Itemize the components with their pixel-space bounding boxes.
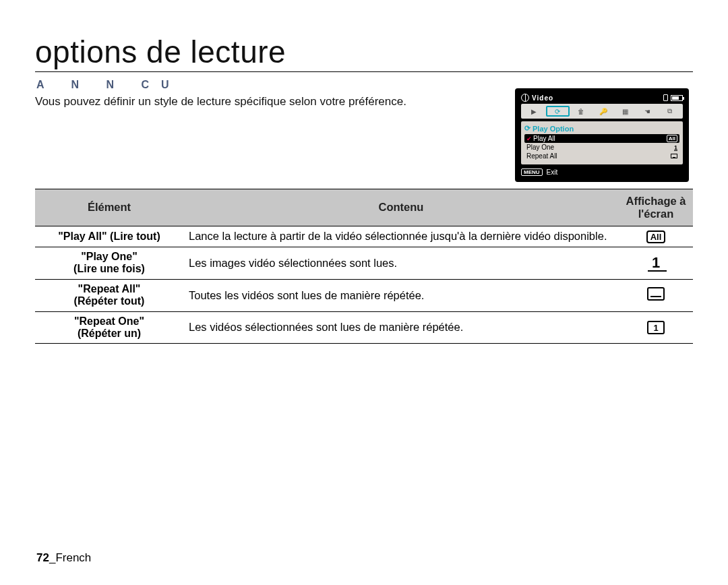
battery-icon <box>671 95 683 101</box>
col-header-element: Élément <box>35 189 183 226</box>
tab-play-option-icon: ⟳ <box>546 106 570 117</box>
device-mode-label: Video <box>532 94 553 102</box>
globe-icon <box>521 94 529 102</box>
row-label: Repeat One(Répéter un) <box>35 311 183 344</box>
device-menu-item-selected: ✔Play All All <box>524 134 679 143</box>
row-content: Les images vidéo sélectionnées sont lues… <box>183 247 619 279</box>
page-footer: 72_French <box>36 551 91 565</box>
tab-delete-icon: 🗑 <box>571 106 592 117</box>
page-title: options de lecture <box>35 34 693 72</box>
device-screen-preview: Video ▶ ⟳ 🗑 🔑 ▦ ☚ ⧉ ⟳Play Option <box>515 88 689 182</box>
col-header-content: Contenu <box>183 189 619 226</box>
options-table: Élément Contenu Afﬁchage à l'écran Play … <box>35 189 693 344</box>
tab-copy-icon: ⧉ <box>659 106 680 117</box>
row-content: Lance la lecture à partir de la vidéo sé… <box>183 226 619 247</box>
col-header-display: Afﬁchage à l'écran <box>619 189 693 226</box>
row-label: Play One(Lire une fois) <box>35 247 183 279</box>
tab-protect-icon: 🔑 <box>593 106 614 117</box>
device-menu-item: Play One 1 <box>524 143 679 152</box>
card-icon <box>663 94 668 101</box>
row-icon-one: 1 <box>619 247 693 279</box>
device-menu-item: Repeat All <box>524 152 679 160</box>
tab-play-icon: ▶ <box>524 106 545 117</box>
tab-hand-icon: ☚ <box>637 106 658 117</box>
table-row: Play All (Lire tout) Lance la lecture à … <box>35 226 693 247</box>
menu-key-icon: MENU <box>521 168 543 176</box>
table-row: Play One(Lire une fois) Les images vidéo… <box>35 247 693 279</box>
row-icon-repeat-one: 1 <box>619 311 693 344</box>
tab-grid-icon: ▦ <box>615 106 636 117</box>
row-label: Play All (Lire tout) <box>35 226 183 247</box>
device-menu-title: ⟳Play Option <box>524 124 679 133</box>
row-content: Les vidéos sélectionnées sont lues de ma… <box>183 311 619 344</box>
device-exit-label: Exit <box>547 168 558 176</box>
device-tab-strip: ▶ ⟳ 🗑 🔑 ▦ ☚ ⧉ <box>521 104 683 119</box>
table-row: Repeat One(Répéter un) Les vidéos sélect… <box>35 311 693 344</box>
row-icon-repeat-all <box>619 279 693 311</box>
row-icon-all: All <box>619 226 693 247</box>
row-content: Toutes les vidéos sont lues de manière r… <box>183 279 619 311</box>
table-row: Repeat All(Répéter tout) Toutes les vidé… <box>35 279 693 311</box>
row-label: Repeat All(Répéter tout) <box>35 279 183 311</box>
